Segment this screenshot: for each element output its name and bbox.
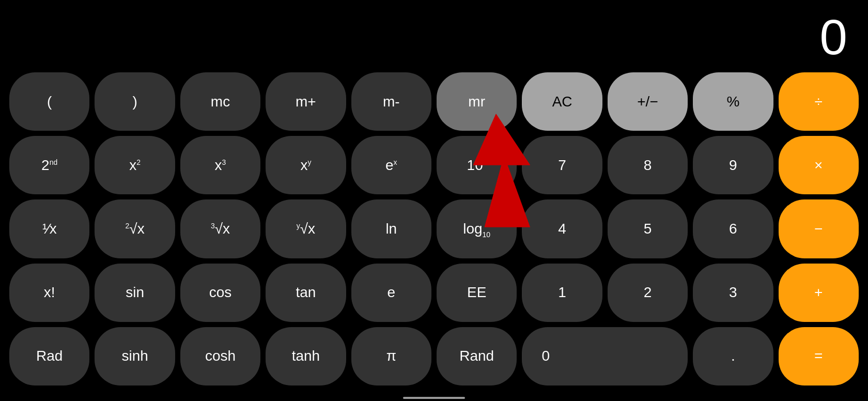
4-button[interactable]: 4 [522,199,602,258]
2nd-button[interactable]: 2nd [9,136,89,194]
divide-button[interactable]: ÷ [779,72,859,131]
display: 0 [0,0,868,67]
percent-button[interactable]: % [693,72,773,131]
m-plus-button[interactable]: m+ [266,72,346,131]
pi-button[interactable]: π [351,327,431,385]
3sqrt-button[interactable]: 3√x [180,199,260,258]
sinh-button[interactable]: sinh [95,327,175,385]
add-button[interactable]: + [779,264,859,322]
plus-minus-button[interactable]: +/− [608,72,688,131]
factorial-button[interactable]: x! [9,264,89,322]
3-button[interactable]: 3 [693,264,773,322]
tan-button[interactable]: tan [266,264,346,322]
tanh-button[interactable]: tanh [266,327,346,385]
equals-button[interactable]: = [779,327,859,385]
5-button[interactable]: 5 [608,199,688,258]
ex-button[interactable]: ex [351,136,431,194]
cos-button[interactable]: cos [180,264,260,322]
2-button[interactable]: 2 [608,264,688,322]
subtract-button[interactable]: − [779,199,859,258]
1-button[interactable]: 1 [522,264,602,322]
6-button[interactable]: 6 [693,199,773,258]
mr-button[interactable]: mr [437,72,517,131]
9-button[interactable]: 9 [693,136,773,194]
close-paren-button[interactable]: ) [95,72,175,131]
x3-button[interactable]: x3 [180,136,260,194]
multiply-button[interactable]: × [779,136,859,194]
0-button[interactable]: 0 [522,327,688,385]
e-button[interactable]: e [351,264,431,322]
ln-button[interactable]: ln [351,199,431,258]
ee-button[interactable]: EE [437,264,517,322]
log10-button[interactable]: log10 [437,199,517,258]
m-minus-button[interactable]: m- [351,72,431,131]
sin-button[interactable]: sin [95,264,175,322]
display-value: 0 [820,12,847,62]
x2-button[interactable]: x2 [95,136,175,194]
1x-button[interactable]: ¹⁄x [9,199,89,258]
mc-button[interactable]: mc [180,72,260,131]
2sqrt-button[interactable]: 2√x [95,199,175,258]
xy-button[interactable]: xy [266,136,346,194]
8-button[interactable]: 8 [608,136,688,194]
cosh-button[interactable]: cosh [180,327,260,385]
10x-button[interactable]: 10x [437,136,517,194]
ysqrt-button[interactable]: y√x [266,199,346,258]
calculator-grid: ( ) mc m+ m- mr AC +/− % ÷ 2nd x2 x3 xy … [0,67,868,391]
ac-button[interactable]: AC [522,72,602,131]
7-button[interactable]: 7 [522,136,602,194]
home-indicator [403,397,465,399]
rand-button[interactable]: Rand [437,327,517,385]
open-paren-button[interactable]: ( [9,72,89,131]
dot-button[interactable]: . [693,327,773,385]
rad-button[interactable]: Rad [9,327,89,385]
